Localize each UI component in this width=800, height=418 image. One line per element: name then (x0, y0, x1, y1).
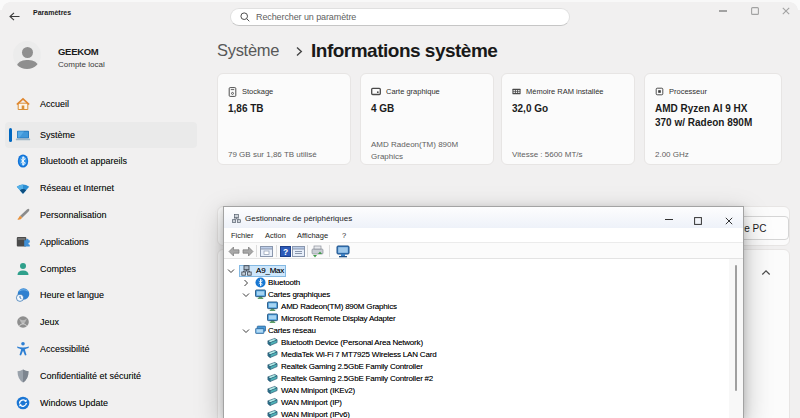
svg-text:?: ? (283, 247, 288, 257)
